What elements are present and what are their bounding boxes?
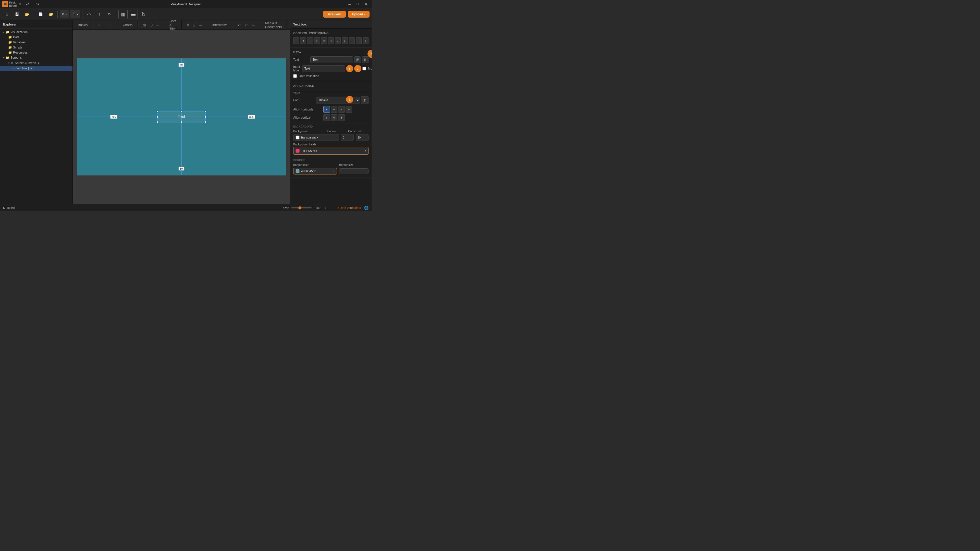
canvas-textbox[interactable]: Text <box>157 111 206 122</box>
more-icon[interactable]: ··· <box>155 22 160 28</box>
border-color-dropdown-arrow[interactable]: ▾ <box>333 170 334 172</box>
scripts-button[interactable]: ⟳ <box>105 10 114 19</box>
grid-icon[interactable]: ⊞ <box>191 22 197 28</box>
handle-tl[interactable] <box>156 110 159 113</box>
devices-combo[interactable]: 📱 ▾ <box>70 10 80 18</box>
globe-icon[interactable]: 🌐 <box>364 206 369 210</box>
text-field-input[interactable] <box>310 56 353 63</box>
handle-bl[interactable] <box>156 121 159 123</box>
tree-item-data[interactable]: 📁 Data <box>0 35 73 40</box>
canvas[interactable]: 59 765 Text <box>77 58 286 176</box>
handle-ml[interactable] <box>156 116 159 118</box>
more-icon[interactable]: ··· <box>198 22 203 28</box>
tree-item-screen1[interactable]: ▾ 🖥 Screen (Screen1) ··· <box>0 60 73 66</box>
restore-button[interactable]: ❐ <box>354 2 361 6</box>
redo-btn[interactable]: ↪ <box>33 0 42 9</box>
tab-lists[interactable]: Lists & Tiles <box>164 21 182 29</box>
handle-bm[interactable] <box>180 121 183 123</box>
tree-item-visualization[interactable]: ▾ 📁 Visualization <box>0 30 73 35</box>
pos-tl[interactable]: ⌜ <box>293 37 299 44</box>
step1-circle: 1 <box>346 96 353 103</box>
pos-ml[interactable]: ⬅ <box>314 37 320 44</box>
more-icon[interactable]: ··· <box>108 22 114 28</box>
pos-bl[interactable]: ⌞ <box>335 37 341 44</box>
align-center-button[interactable]: ≡ <box>331 106 337 113</box>
handle-mr[interactable] <box>204 116 207 118</box>
tree-item-textbox[interactable]: ▭ Text box [Text] <box>0 66 73 71</box>
shadow-input[interactable] <box>341 134 354 141</box>
font-label: Font <box>293 98 313 102</box>
tree-item-resources[interactable]: 📁 Resources <box>0 50 73 55</box>
pos-bc[interactable]: ⬇ <box>342 37 348 44</box>
toolbar-separator-2 <box>57 11 58 18</box>
list-icon[interactable]: ≡ <box>186 22 190 28</box>
data-validation-checkbox[interactable] <box>293 74 297 78</box>
chart2-icon[interactable]: ⬡ <box>148 22 154 28</box>
close-button[interactable]: ✕ <box>363 2 369 6</box>
tree-item-screens[interactable]: ▾ 📁 Screens <box>0 55 73 60</box>
font-select[interactable]: default <box>316 97 360 104</box>
pos-br[interactable]: ⌟ <box>349 37 355 44</box>
open-button[interactable]: 📁 <box>46 10 56 19</box>
font-type-button[interactable]: T <box>361 97 369 104</box>
align-left-button[interactable]: ≡ <box>323 106 330 113</box>
upload-button[interactable]: Upload ▾ <box>348 11 369 17</box>
align-top-button[interactable]: ⬆ <box>323 114 330 121</box>
delete-button[interactable]: 🗑 <box>362 56 369 63</box>
handle-tr[interactable] <box>204 110 207 113</box>
multiline-checkbox[interactable] <box>363 67 366 70</box>
chart-icon[interactable]: ◷ <box>142 22 147 28</box>
tree-label: Variables <box>13 41 25 44</box>
minimize-button[interactable]: — <box>346 2 353 6</box>
link-button[interactable]: 🔗 <box>354 56 361 63</box>
pos-mr[interactable]: ➡ <box>328 37 334 44</box>
input2-icon[interactable]: ▭ <box>244 22 249 28</box>
pos-mc[interactable]: ⊞ <box>321 37 327 44</box>
bg-inside-dropdown-arrow[interactable]: ▾ <box>365 149 366 152</box>
scan-button[interactable]: ▦ <box>118 10 127 19</box>
canvas-container[interactable]: 59 765 Text <box>73 30 290 204</box>
more-icon[interactable]: ··· <box>251 22 256 28</box>
zoom-slider[interactable] <box>291 207 312 208</box>
bg-inside-color-row[interactable]: #FF327788 ▾ <box>293 147 369 155</box>
handle-br[interactable] <box>204 121 207 123</box>
home-button[interactable]: ⌂ <box>2 10 11 19</box>
tree-item-scripts[interactable]: 📁 Scripts <box>0 45 73 50</box>
more-options-icon[interactable]: ··· <box>67 61 70 65</box>
type-button[interactable]: ▬ <box>129 10 138 19</box>
input-type-input[interactable] <box>302 65 345 72</box>
save-as-button[interactable]: 📂 <box>22 10 32 19</box>
transparent-dropdown[interactable]: Transparent ▾ <box>293 134 339 141</box>
zoom-thumb[interactable] <box>298 206 301 210</box>
handle-tm[interactable] <box>180 110 183 113</box>
preview-button[interactable]: Preview <box>323 11 346 17</box>
pos-fw[interactable]: ↔ <box>356 37 362 44</box>
align-justify-button[interactable]: ≡ <box>345 106 352 113</box>
pos-fh[interactable]: ↕ <box>363 37 369 44</box>
pos-tr[interactable]: ⌝ <box>307 37 313 44</box>
h-button[interactable]: h <box>139 10 148 19</box>
undo-btn[interactable]: ↩ <box>23 0 32 9</box>
new-button[interactable]: 📄 <box>36 10 45 19</box>
align-right-button[interactable]: ≡ <box>338 106 345 113</box>
text-icon[interactable]: T <box>97 22 101 28</box>
align-middle-button[interactable]: ✛ <box>331 114 337 121</box>
save-button[interactable]: 💾 <box>12 10 21 19</box>
border-size-input[interactable] <box>339 168 369 174</box>
pos-tc[interactable]: ⬆ <box>300 37 306 44</box>
border-color-row[interactable]: #FF68A5B3 ▾ <box>293 168 337 175</box>
code-button[interactable]: </> <box>84 10 94 19</box>
tab-charts[interactable]: Charts <box>118 21 138 29</box>
dropdown-arrow[interactable]: ▾ <box>19 2 21 6</box>
tree-item-variables[interactable]: 📁 Variables <box>0 40 73 45</box>
input-icon[interactable]: ▭ <box>237 22 242 28</box>
font-button[interactable]: T <box>95 10 104 19</box>
tab-basics[interactable]: Basics <box>73 21 93 29</box>
settings-combo[interactable]: ⚙ ▾ <box>60 10 69 18</box>
fit-width-icon[interactable]: ↔ <box>325 206 328 210</box>
tab-media[interactable]: Media & Documents <box>260 21 287 29</box>
corner-radius-input[interactable] <box>356 134 369 141</box>
tab-interactive[interactable]: Interactive <box>207 21 233 29</box>
align-bottom-button[interactable]: ⬇ <box>338 114 345 121</box>
rect-icon[interactable]: □ <box>103 22 107 28</box>
